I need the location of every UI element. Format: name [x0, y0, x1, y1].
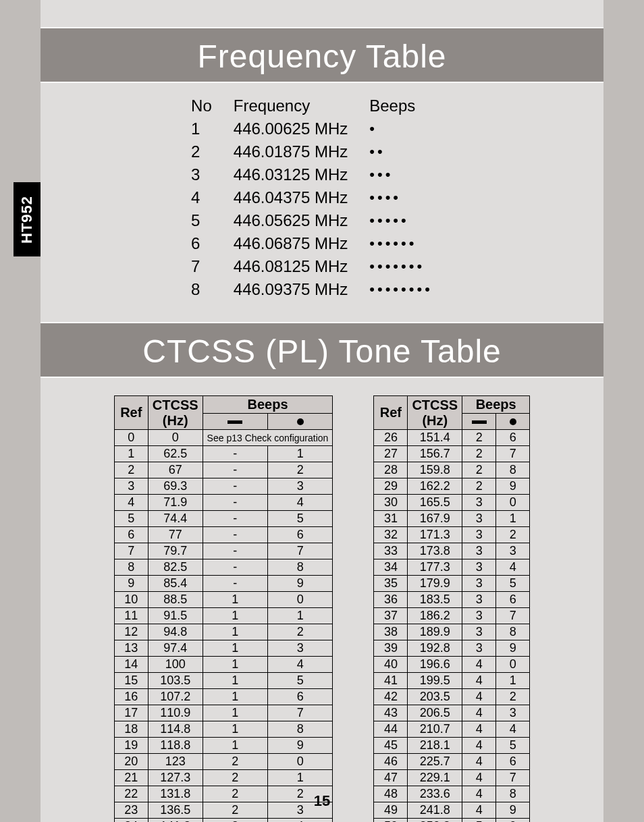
- ctcss-hz: 206.5: [408, 705, 462, 721]
- freq-header-freq: Frequency: [234, 95, 368, 117]
- frequency-table: No Frequency Beeps 1446.00625 MHz•2446.0…: [190, 94, 454, 302]
- ctcss-ref: 36: [374, 592, 408, 608]
- ctcss-short: 0: [267, 592, 332, 608]
- ctcss-hz: 186.2: [408, 608, 462, 624]
- ctcss-short: 7: [267, 705, 332, 721]
- ctcss-short: 3: [496, 543, 530, 559]
- ctcss-hz: 196.6: [408, 657, 462, 673]
- ctcss-ref: 45: [374, 738, 408, 754]
- ctcss-short: 3: [496, 705, 530, 721]
- ctcss-short: 1: [496, 673, 530, 689]
- ctcss-long: 1: [203, 705, 267, 721]
- freq-header-no: No: [191, 95, 232, 117]
- ctcss-row: 985.4-9: [114, 576, 333, 592]
- ctcss-table-title: CTCSS (PL) Tone Table: [41, 322, 603, 378]
- ctcss-long: 3: [462, 511, 496, 527]
- frequency-table-title: Frequency Table: [41, 27, 603, 83]
- ctcss-long: 3: [462, 543, 496, 559]
- ctcss-row: 882.5-8: [114, 559, 333, 576]
- ctcss-hz: 156.7: [408, 446, 462, 462]
- freq-header-beeps: Beeps: [369, 95, 453, 117]
- ctcss-row: 35179.935: [374, 576, 530, 592]
- ctcss-hz: 114.8: [148, 721, 203, 738]
- ctcss-short: 1: [267, 770, 332, 786]
- ctcss-short: 6: [496, 592, 530, 608]
- ctcss-short: 7: [496, 446, 530, 462]
- ctcss-hz: 179.9: [408, 576, 462, 592]
- ctcss-hz: 100: [148, 657, 203, 673]
- ctcss-ref: 35: [374, 576, 408, 592]
- ctcss-hz: 127.3: [148, 770, 203, 786]
- ctcss-short: 7: [496, 770, 530, 786]
- ctcss-row: 38189.938: [374, 624, 530, 640]
- ctcss-short: 8: [496, 462, 530, 478]
- ctcss-header-ref: Ref: [114, 396, 148, 430]
- ctcss-long: 1: [203, 721, 267, 738]
- freq-value: 446.08125 MHz: [234, 256, 368, 277]
- ctcss-short: 5: [496, 576, 530, 592]
- ctcss-hz: 91.5: [148, 608, 203, 624]
- ctcss-ref: 11: [114, 608, 148, 624]
- ctcss-hz: 62.5: [148, 446, 203, 462]
- freq-no: 6: [191, 233, 232, 254]
- ctcss-ref: 47: [374, 770, 408, 786]
- ctcss-ref: 13: [114, 640, 148, 657]
- ctcss-row: 42203.542: [374, 689, 530, 705]
- freq-no: 1: [191, 118, 232, 140]
- ctcss-row: 34177.334: [374, 559, 530, 576]
- ctcss-row: 00See p13 Check configuration: [114, 430, 333, 446]
- ctcss-long: 1: [203, 657, 267, 673]
- ctcss-short: 8: [267, 721, 332, 738]
- ctcss-header-hz: CTCSS (Hz): [408, 396, 462, 430]
- ctcss-ref: 34: [374, 559, 408, 576]
- ctcss-row: 37186.237: [374, 608, 530, 624]
- ctcss-long: -: [203, 543, 267, 559]
- ctcss-ref: 46: [374, 754, 408, 770]
- freq-beeps: •••: [369, 164, 453, 186]
- ctcss-header-ref: Ref: [374, 396, 408, 430]
- ctcss-hz: 151.4: [408, 430, 462, 446]
- ctcss-table-left: Ref CTCSS (Hz) Beeps 00See p13 Check con…: [114, 395, 333, 822]
- ctcss-short: 1: [496, 511, 530, 527]
- ctcss-hz: 118.8: [148, 738, 203, 754]
- freq-value: 446.01875 MHz: [234, 141, 368, 163]
- ctcss-long: 3: [462, 527, 496, 543]
- ctcss-short: 7: [496, 608, 530, 624]
- ctcss-hz: 79.7: [148, 543, 203, 559]
- ctcss-hz: 69.3: [148, 478, 203, 495]
- freq-beeps: ••••••••: [369, 279, 453, 300]
- ctcss-ref: 0: [114, 430, 148, 446]
- ctcss-long: 2: [462, 462, 496, 478]
- ctcss-ref: 43: [374, 705, 408, 721]
- ctcss-short: 1: [267, 608, 332, 624]
- ctcss-long: -: [203, 527, 267, 543]
- ctcss-row: 369.3-3: [114, 478, 333, 495]
- ctcss-ref: 37: [374, 608, 408, 624]
- ctcss-long: 2: [462, 478, 496, 495]
- ctcss-note: See p13 Check configuration: [203, 430, 333, 446]
- ctcss-short: 0: [496, 819, 530, 823]
- ctcss-hz: 165.5: [408, 495, 462, 511]
- ctcss-long: 4: [462, 721, 496, 738]
- ctcss-row: 47229.147: [374, 770, 530, 786]
- ctcss-row: 39192.839: [374, 640, 530, 657]
- ctcss-hz: 88.5: [148, 592, 203, 608]
- ctcss-short: 4: [496, 559, 530, 576]
- ctcss-short: 5: [496, 738, 530, 754]
- ctcss-ref: 5: [114, 511, 148, 527]
- ctcss-long: 4: [462, 657, 496, 673]
- ctcss-hz: 71.9: [148, 495, 203, 511]
- ctcss-ref: 38: [374, 624, 408, 640]
- ctcss-row: 50250.350: [374, 819, 530, 823]
- ctcss-hz: 82.5: [148, 559, 203, 576]
- ctcss-short: 2: [267, 624, 332, 640]
- ctcss-row: 44210.744: [374, 721, 530, 738]
- ctcss-hz: 74.4: [148, 511, 203, 527]
- short-beep-icon: [496, 414, 530, 430]
- ctcss-long: 1: [203, 592, 267, 608]
- ctcss-ref: 50: [374, 819, 408, 823]
- side-tab: HT952: [14, 182, 41, 256]
- ctcss-long: 3: [462, 592, 496, 608]
- ctcss-short: 6: [267, 527, 332, 543]
- freq-beeps: •••••: [369, 210, 453, 231]
